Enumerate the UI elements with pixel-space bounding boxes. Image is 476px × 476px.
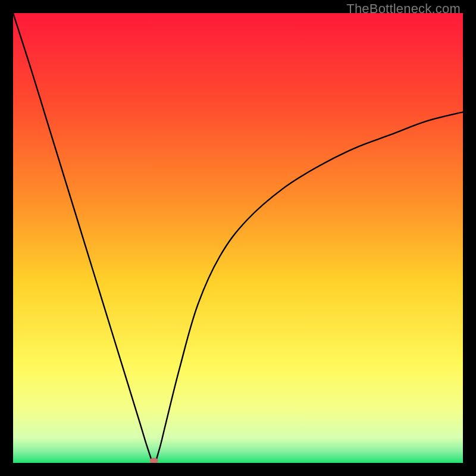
chart-frame — [13, 13, 463, 463]
chart-svg — [13, 13, 463, 463]
chart-background — [13, 13, 463, 463]
